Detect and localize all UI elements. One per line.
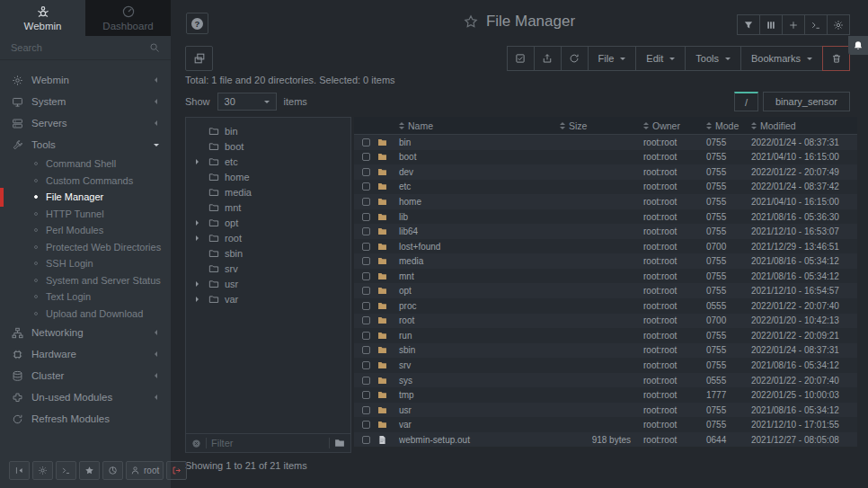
file-name[interactable]: etc <box>399 182 558 191</box>
file-row-tmp[interactable]: tmproot:root17772022/01/25 - 10:00:03 <box>354 387 857 403</box>
column-header-name[interactable]: Name <box>399 120 558 131</box>
file-row-proc[interactable]: procroot:root05552022/01/22 - 20:07:40 <box>354 298 857 314</box>
tree-item-media[interactable]: media <box>186 184 350 200</box>
breadcrumb-root-button[interactable]: / <box>734 92 758 111</box>
columns-button[interactable] <box>759 14 783 35</box>
file-row-home[interactable]: homeroot:root07552021/04/10 - 16:15:00 <box>354 194 857 209</box>
sidebar-item-tools[interactable]: Tools <box>0 134 171 155</box>
row-checkbox[interactable] <box>362 436 370 444</box>
file-name[interactable]: srv <box>399 360 558 370</box>
column-header-size[interactable]: Size <box>558 120 643 131</box>
bookmarks-menu-button[interactable]: Bookmarks <box>740 46 823 71</box>
plus-button[interactable] <box>782 14 805 35</box>
filter-button[interactable] <box>737 14 760 35</box>
row-checkbox[interactable] <box>362 227 370 235</box>
terminal-button[interactable] <box>804 14 828 35</box>
logout-button[interactable] <box>166 461 187 480</box>
file-name[interactable]: run <box>399 331 558 341</box>
file-row-mnt[interactable]: mntroot:root07552021/08/16 - 05:34:12 <box>354 269 857 284</box>
row-checkbox[interactable] <box>362 391 370 399</box>
sidebar-item-ssh-login[interactable]: SSH Login <box>0 255 171 272</box>
tree-item-mnt[interactable]: mnt <box>186 200 350 215</box>
sidebar-item-text-login[interactable]: Text Login <box>0 288 171 306</box>
file-row-root[interactable]: rootroot:root07002022/01/20 - 10:42:13 <box>354 314 857 329</box>
file-name[interactable]: lost+found <box>399 242 558 252</box>
tree-item-sbin[interactable]: sbin <box>186 245 350 261</box>
file-name[interactable]: home <box>399 197 558 207</box>
column-header-owner[interactable]: Owner <box>643 120 706 131</box>
select-all-button[interactable] <box>507 46 535 71</box>
sidebar-item-file-manager[interactable]: File Manager <box>0 189 171 206</box>
tree-item-opt[interactable]: opt <box>186 215 350 230</box>
copy-path-button[interactable] <box>185 46 213 71</box>
file-name[interactable]: media <box>399 256 558 266</box>
file-name[interactable]: usr <box>399 405 558 415</box>
tree-expander[interactable] <box>194 159 203 164</box>
sidebar-item-perl-modules[interactable]: Perl Modules <box>0 222 171 239</box>
file-name[interactable]: dev <box>399 167 558 177</box>
sidebar-item-webmin[interactable]: Webmin <box>0 69 171 91</box>
tree-filter-input[interactable] <box>211 438 324 448</box>
row-checkbox[interactable] <box>362 302 370 310</box>
tools-menu-button[interactable]: Tools <box>685 46 741 71</box>
sidebar-item-refresh-modules[interactable]: Refresh Modules <box>0 408 171 430</box>
row-checkbox[interactable] <box>362 243 370 251</box>
sidebar-item-system[interactable]: System <box>0 91 171 112</box>
terminal-button[interactable] <box>56 461 76 480</box>
file-row-webmin-setup-out[interactable]: webmin-setup.out918 bytesroot:root064420… <box>354 432 857 448</box>
file-row-lost-found[interactable]: lost+foundroot:root07002021/12/29 - 13:4… <box>354 239 857 254</box>
tree-item-boot[interactable]: boot <box>186 138 350 154</box>
breadcrumb-path-field[interactable]: binary_sensor <box>763 92 850 111</box>
row-checkbox[interactable] <box>362 138 370 146</box>
row-checkbox[interactable] <box>362 198 370 206</box>
tree-expander[interactable] <box>194 297 203 302</box>
tree-expander[interactable] <box>194 235 203 241</box>
file-row-lib64[interactable]: lib64root:root07552021/12/10 - 16:53:07 <box>354 224 857 239</box>
tree-item-srv[interactable]: srv <box>186 261 350 276</box>
tree-expander[interactable] <box>194 220 203 226</box>
file-row-boot[interactable]: bootroot:root07552021/04/10 - 16:15:00 <box>354 150 857 165</box>
file-name[interactable]: mnt <box>399 271 558 281</box>
sidebar-item-networking[interactable]: Networking <box>0 322 171 343</box>
tree-item-usr[interactable]: usr <box>186 276 350 291</box>
file-row-sbin[interactable]: sbinroot:root07552022/01/24 - 08:37:31 <box>354 343 857 359</box>
row-checkbox[interactable] <box>362 168 370 176</box>
row-checkbox[interactable] <box>362 406 370 414</box>
user-button[interactable]: root <box>126 461 164 480</box>
column-header-modified[interactable]: Modified <box>751 120 857 131</box>
delete-button[interactable] <box>822 46 850 71</box>
sidebar-item-servers[interactable]: Servers <box>0 112 171 134</box>
file-row-dev[interactable]: devroot:root07552022/01/22 - 20:07:49 <box>354 164 857 180</box>
file-name[interactable]: sbin <box>399 345 558 355</box>
file-row-bin[interactable]: binroot:root07552022/01/24 - 08:37:31 <box>354 135 857 150</box>
file-name[interactable]: var <box>399 420 558 430</box>
row-checkbox[interactable] <box>362 346 370 354</box>
row-checkbox[interactable] <box>362 213 370 221</box>
file-name[interactable]: lib64 <box>399 226 558 236</box>
file-row-srv[interactable]: srvroot:root07552021/08/16 - 05:34:12 <box>354 358 857 373</box>
tab-webmin[interactable]: Webmin <box>0 0 85 36</box>
row-checkbox[interactable] <box>362 316 370 324</box>
file-name[interactable]: tmp <box>399 390 558 400</box>
row-checkbox[interactable] <box>362 332 370 340</box>
file-name[interactable]: webmin-setup.out <box>399 435 558 445</box>
row-checkbox[interactable] <box>362 153 370 161</box>
row-checkbox[interactable] <box>362 182 370 191</box>
file-row-opt[interactable]: optroot:root07552021/12/10 - 16:54:57 <box>354 283 857 298</box>
row-checkbox[interactable] <box>362 377 370 385</box>
row-checkbox[interactable] <box>362 421 370 429</box>
tab-dashboard[interactable]: Dashboard <box>85 0 171 36</box>
sidebar-item-custom-commands[interactable]: Custom Commands <box>0 173 171 190</box>
sidebar-item-command-shell[interactable]: Command Shell <box>0 155 171 173</box>
search-input[interactable] <box>11 42 149 53</box>
file-name[interactable]: proc <box>399 301 558 311</box>
file-row-var[interactable]: varroot:root07552021/12/10 - 17:01:55 <box>354 417 857 432</box>
refresh-button[interactable] <box>561 46 589 71</box>
folder-select-icon[interactable] <box>334 438 345 448</box>
file-row-etc[interactable]: etcroot:root07552022/01/24 - 08:37:42 <box>354 180 857 195</box>
sidebar-item-hardware[interactable]: Hardware <box>0 343 171 365</box>
file-name[interactable]: root <box>399 315 558 325</box>
pie-chart-button[interactable] <box>102 461 123 480</box>
tree-item-bin[interactable]: bin <box>186 123 350 138</box>
file-name[interactable]: boot <box>399 152 558 162</box>
